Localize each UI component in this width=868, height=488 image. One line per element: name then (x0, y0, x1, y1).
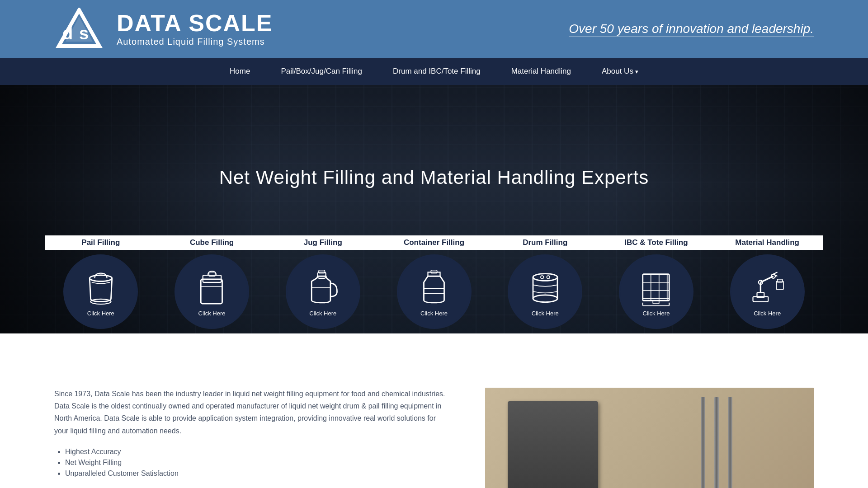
jug-icon (302, 267, 343, 308)
services-row: Pail Filling Click Here Cube Filling (0, 235, 868, 333)
service-ibc-click: Click Here (642, 310, 670, 317)
content-body: Since 1973, Data Scale has been the indu… (54, 388, 449, 437)
service-ibc-label: IBC & Tote Filling (601, 235, 712, 250)
svg-point-5 (90, 275, 112, 282)
nav-item-home[interactable]: Home (228, 63, 252, 80)
service-pail-circle[interactable]: Click Here (63, 254, 138, 329)
logo-subtitle: Automated Liquid Filling Systems (117, 37, 273, 47)
nav-item-pail[interactable]: Pail/Box/Jug/Can Filling (279, 63, 364, 80)
container-icon (414, 267, 454, 308)
list-item: Net Weight Filling (65, 459, 449, 467)
service-material-label: Material Handling (712, 235, 823, 250)
white-band (0, 333, 868, 370)
service-cube-label: Cube Filling (156, 235, 268, 250)
service-drum-circle[interactable]: Click Here (508, 254, 582, 329)
header-tagline: Over 50 years of innovation and leadersh… (569, 22, 814, 36)
service-container-label: Container Filling (378, 235, 490, 250)
nav-item-drum[interactable]: Drum and IBC/Tote Filling (391, 63, 482, 80)
service-pail-click: Click Here (87, 310, 114, 317)
logo-text-block: DATA SCALE Automated Liquid Filling Syst… (117, 11, 273, 47)
svg-rect-41 (778, 279, 783, 282)
service-pail[interactable]: Pail Filling Click Here (45, 235, 156, 333)
service-cube-circle[interactable]: Click Here (175, 254, 249, 329)
main-content: Since 1973, Data Scale has been the indu… (0, 370, 868, 488)
svg-point-22 (547, 276, 550, 279)
svg-text:d: d (62, 24, 73, 43)
service-cube-click: Click Here (198, 310, 226, 317)
service-cube[interactable]: Cube Filling Click Here (156, 235, 268, 333)
nav-item-material[interactable]: Material Handling (509, 63, 573, 80)
service-material[interactable]: Material Handling (712, 235, 823, 333)
material-handling-icon (747, 267, 788, 308)
service-ibc[interactable]: IBC & Tote Filling (601, 235, 712, 333)
service-jug-circle[interactable]: Click Here (286, 254, 360, 329)
service-jug-label: Jug Filling (267, 235, 378, 250)
service-pail-label: Pail Filling (45, 235, 156, 250)
nav-item-about[interactable]: About Us ▾ (600, 63, 640, 80)
pail-icon (80, 267, 121, 308)
logo-area: d s DATA SCALE Automated Liquid Filling … (54, 8, 273, 51)
main-nav: Home Pail/Box/Jug/Can Filling Drum and I… (0, 58, 868, 85)
svg-rect-23 (643, 274, 670, 300)
cube-icon (192, 267, 232, 308)
service-material-circle[interactable]: Click Here (730, 254, 805, 329)
svg-rect-7 (201, 279, 222, 304)
service-container-click: Click Here (420, 310, 448, 317)
service-drum-click: Click Here (532, 310, 559, 317)
logo-brand: DATA SCALE (117, 11, 273, 35)
service-jug-click: Click Here (309, 310, 336, 317)
service-drum-label: Drum Filling (490, 235, 601, 250)
hero-title: Net Weight Filling and Material Handling… (219, 167, 649, 188)
machine-image (485, 388, 814, 488)
service-container-circle[interactable]: Click Here (397, 254, 472, 329)
service-container[interactable]: Container Filling Click Here (378, 235, 490, 333)
content-list: Highest Accuracy Net Weight Filling Unpa… (54, 448, 449, 478)
svg-point-21 (541, 276, 544, 279)
service-drum[interactable]: Drum Filling Click Here (490, 235, 601, 333)
service-jug[interactable]: Jug Filling Click Here (267, 235, 378, 333)
drum-icon (525, 267, 566, 308)
ibc-icon (636, 267, 676, 308)
list-item: Highest Accuracy (65, 448, 449, 456)
service-material-click: Click Here (754, 310, 781, 317)
content-right (485, 388, 814, 488)
header: d s DATA SCALE Automated Liquid Filling … (0, 0, 868, 58)
svg-text:s: s (79, 24, 89, 43)
list-item: Unparalleled Customer Satisfaction (65, 469, 449, 478)
hero-section: Net Weight Filling and Material Handling… (0, 85, 868, 333)
svg-point-17 (533, 273, 557, 281)
logo-icon: d s (54, 8, 108, 51)
service-ibc-circle[interactable]: Click Here (619, 254, 693, 329)
svg-point-20 (533, 295, 557, 302)
chevron-down-icon: ▾ (635, 68, 638, 75)
content-left: Since 1973, Data Scale has been the indu… (54, 388, 449, 480)
